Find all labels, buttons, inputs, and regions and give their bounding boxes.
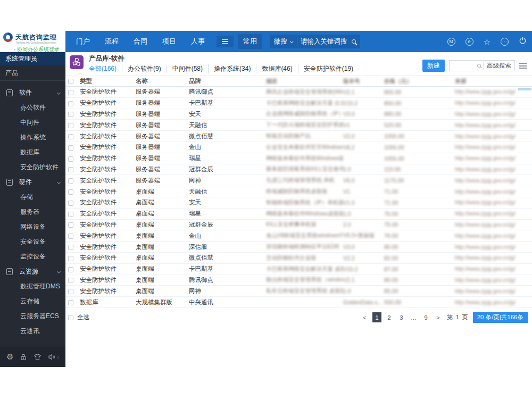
table-row[interactable]: 安全防护软件 服务器端 腾讯御点 腾讯企业终端安全管理系统(Windows版) … [65,87,532,98]
nav-item[interactable]: 流程 [97,37,126,46]
table-row[interactable]: 安全防护软件 服务器端 安天 企业级网络威胁防御系统（IP）超值版 V3.0 8… [65,109,532,120]
row-checkbox[interactable] [68,300,73,305]
advanced-search-link[interactable]: 高级搜索 [483,62,514,70]
table-row[interactable]: 安全防护软件 桌面端 瑞星 网络版杀毒软件Windows桌面版 1.0 75.0… [65,209,532,220]
table-row[interactable]: 安全防护软件 桌面端 金山 金山V8终端安全系统windows中文版 V6.0+… [65,230,532,242]
sound-icon[interactable] [48,353,56,361]
table-row[interactable]: 安全防护软件 服务器端 冠群金辰 服务器防病毒系统KILL安全套件 2.0 11… [65,164,532,176]
category-tab[interactable]: 操作系统(34) [208,64,256,73]
row-checkbox[interactable] [68,201,73,206]
power-icon[interactable] [519,37,527,47]
search-icon[interactable] [477,64,481,68]
sidebar-item[interactable]: 云服务器ECS [0,309,65,323]
row-checkbox[interactable] [68,278,73,283]
table-search-input[interactable] [450,61,475,71]
sidebar-section-product[interactable]: 产品 [0,65,65,81]
m-badge-icon[interactable]: M [447,38,455,46]
sidebar-item[interactable]: 存储 [0,189,65,204]
nav-menu-button[interactable] [217,36,234,48]
table-row[interactable]: 安全防护软件 桌面端 天融信 终端威胁防御系统桌面版 V1 71.00 http… [65,186,532,197]
row-checkbox[interactable] [68,222,73,228]
table-row[interactable]: 安全防护软件 桌面端 安天 智能终端防御系统（IP）单机版 V1.0 71.00… [65,197,532,209]
table-row[interactable]: 安全防护软件 服务器端 微点佰慧 智能主动防御产品 V2.0 1055.00 h… [65,131,532,142]
page-number-button[interactable]: ... [409,312,418,322]
row-checkbox[interactable] [68,289,73,294]
prev-page-button[interactable]: < [360,312,369,322]
table-row[interactable]: 安全防护软件 桌面端 腾讯御点 御点终端安全管理系统（windows版）V2.1… [65,275,532,286]
table-row[interactable]: 安全防护软件 桌面端 微点佰慧 主动防御软件企业版 V2.2 82.00 htt… [65,253,532,264]
category-tab[interactable]: 安全防护软件(19) [298,64,359,73]
page-number-button[interactable]: 9 [421,312,430,322]
row-checkbox[interactable] [68,123,73,128]
category-tab[interactable]: 办公软件(9) [122,64,167,73]
sidebar-item[interactable]: 安全设备 [0,234,65,249]
row-checkbox[interactable] [68,101,73,106]
row-checkbox[interactable] [68,167,73,172]
table-row[interactable]: 安全防护软件 桌面端 冠群金辰 KILL安全胶囊单机版 2.0 75.00 ht… [65,220,532,231]
select-all-checkbox[interactable] [68,315,73,320]
sidebar-item[interactable]: 数据库 [0,145,65,160]
category-tab[interactable]: 中间件(58) [167,64,208,73]
theme-icon[interactable] [34,353,41,361]
row-checkbox[interactable] [68,178,73,184]
sidebar-item[interactable]: 办公软件 [0,100,65,115]
table-row[interactable]: 安全防护软件 服务器端 瑞星 网络版杀毒软件系统Windows版 单机 1055… [65,153,532,164]
nav-item[interactable]: 项目 [155,37,184,46]
sidebar-item[interactable]: 硬件 [0,174,65,189]
sidebar-item[interactable]: 云存储 [0,294,65,309]
page-number-button[interactable]: 3 [397,312,406,322]
nav-item[interactable]: 人事 [184,37,212,46]
more-icon[interactable]: ··· [501,38,509,46]
search-icon[interactable] [352,39,356,44]
row-checkbox[interactable] [68,156,73,162]
table-row[interactable]: 安全防护软件 桌面端 卡巴斯基 卡巴斯基网络安全解决方案 桌面高级 +SQ.. … [65,264,532,275]
table-row[interactable]: 安全防护软件 服务器端 金山 企业安全杀毒软件官方Windows服务器版 V8.… [65,142,532,153]
table-row[interactable]: 安全防护软件 桌面端 网神 私有云终端安全管理系统 桌面版 1.0 85.00 … [65,286,532,297]
row-checkbox[interactable] [68,245,73,250]
row-checkbox[interactable] [68,134,73,139]
category-tab[interactable]: 数据库(46) [256,64,297,73]
global-search-input[interactable] [301,38,352,45]
sidebar-item[interactable]: 安全防护软件 [0,160,65,174]
nav-item[interactable]: 门户 [69,37,97,46]
category-tab[interactable]: 全部(166) [89,64,122,73]
page-number-button[interactable]: 2 [385,312,394,322]
row-checkbox[interactable] [68,189,73,195]
sidebar-item[interactable]: 网络设备 [0,219,65,234]
row-checkbox[interactable] [68,112,73,117]
next-page-button[interactable]: > [434,312,443,322]
row-checkbox[interactable] [68,145,73,151]
table-row[interactable]: 数据库 大规模集群版 中兴通讯 GoldenData s... 550.00 h… [65,297,532,308]
table-row[interactable]: 安全防护软件 服务器端 天融信 下一代防火墙终端安全防护系统 V1 520.00… [65,120,532,131]
star-favorite-icon[interactable]: ☆ [484,38,491,46]
select-all-header-checkbox[interactable] [68,79,73,84]
page-jump-label[interactable]: 第 1 页 [447,313,469,321]
nav-pinned-button[interactable]: 常用 [238,34,262,49]
gear-icon[interactable]: ⚙ [6,353,13,361]
row-checkbox[interactable] [68,267,73,272]
sidebar-item[interactable]: 云通讯 [0,323,65,338]
table-row[interactable]: 安全防护软件 桌面端 深信服 深信服终端检测响应平台EDR V3.0 80.00… [65,242,532,253]
chevron-down-icon[interactable] [290,39,294,43]
row-checkbox[interactable] [68,90,73,95]
collapse-icon[interactable]: ‹ [57,354,59,360]
sidebar-item[interactable]: 中间件 [0,115,65,130]
sidebar-item[interactable]: 云资源 [0,264,65,279]
list-view-icon[interactable] [519,62,527,70]
page-size-info-button[interactable]: 20 条/页|共166条 [473,312,528,323]
row-checkbox[interactable] [68,212,73,217]
table-row[interactable]: 安全防护软件 服务器端 网神 先进三代终端管理系统,单机 V6.0 1170.0… [65,175,532,186]
sidebar-item[interactable]: 监控设备 [0,249,65,264]
new-button[interactable]: 新建 [422,60,445,72]
sidebar-item[interactable]: 操作系统 [0,130,65,145]
table-row[interactable]: 安全防护软件 服务器端 卡巴斯基 卡巴斯基网络安全解决方案 企业高级版 日常..… [65,98,532,109]
sidebar-item[interactable]: 软件 [0,85,65,100]
search-scope-label[interactable]: 微搜 [274,37,287,46]
row-checkbox[interactable] [68,234,73,239]
page-number-button[interactable]: 1 [372,312,381,322]
sidebar-item[interactable]: 服务器 [0,204,65,219]
sidebar-item[interactable]: 数据管理DMS [0,279,65,294]
message-icon[interactable]: e [466,38,473,46]
nav-item[interactable]: 合同 [126,37,155,46]
lock-icon[interactable] [20,353,27,361]
